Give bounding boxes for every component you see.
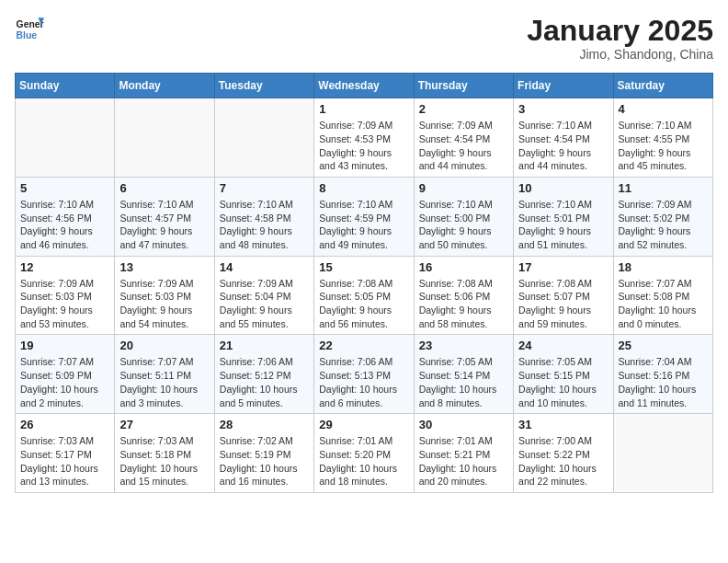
calendar-cell: 1Sunrise: 7:09 AM Sunset: 4:53 PM Daylig… bbox=[314, 98, 414, 178]
day-number: 12 bbox=[20, 260, 109, 274]
calendar-cell: 21Sunrise: 7:06 AM Sunset: 5:12 PM Dayli… bbox=[214, 335, 313, 414]
day-number: 25 bbox=[619, 339, 708, 352]
location: Jimo, Shandong, China bbox=[527, 47, 713, 62]
calendar-cell: 14Sunrise: 7:09 AM Sunset: 5:04 PM Dayli… bbox=[214, 256, 313, 335]
weekday-thursday: Thursday bbox=[414, 74, 513, 98]
day-number: 20 bbox=[119, 339, 209, 352]
day-number: 29 bbox=[319, 418, 408, 431]
day-info: Sunrise: 7:08 AM Sunset: 5:07 PM Dayligh… bbox=[518, 277, 608, 331]
day-number: 13 bbox=[119, 260, 209, 274]
day-number: 7 bbox=[220, 181, 309, 195]
day-info: Sunrise: 7:05 AM Sunset: 5:14 PM Dayligh… bbox=[419, 355, 508, 409]
day-number: 24 bbox=[518, 339, 608, 352]
calendar-cell: 20Sunrise: 7:07 AM Sunset: 5:11 PM Dayli… bbox=[115, 335, 214, 414]
week-row-1: 1Sunrise: 7:09 AM Sunset: 4:53 PM Daylig… bbox=[16, 98, 713, 178]
day-number: 3 bbox=[518, 102, 608, 116]
calendar-cell: 25Sunrise: 7:04 AM Sunset: 5:16 PM Dayli… bbox=[613, 335, 712, 414]
day-info: Sunrise: 7:09 AM Sunset: 5:04 PM Dayligh… bbox=[220, 277, 309, 331]
day-number: 15 bbox=[319, 260, 408, 274]
calendar-cell: 16Sunrise: 7:08 AM Sunset: 5:06 PM Dayli… bbox=[414, 256, 513, 335]
day-number: 23 bbox=[419, 339, 508, 352]
day-number: 22 bbox=[319, 339, 408, 352]
week-row-2: 5Sunrise: 7:10 AM Sunset: 4:56 PM Daylig… bbox=[16, 177, 713, 256]
calendar-cell: 17Sunrise: 7:08 AM Sunset: 5:07 PM Dayli… bbox=[514, 256, 613, 335]
calendar-cell: 8Sunrise: 7:10 AM Sunset: 4:59 PM Daylig… bbox=[314, 177, 414, 256]
day-info: Sunrise: 7:10 AM Sunset: 5:01 PM Dayligh… bbox=[518, 198, 608, 252]
weekday-sunday: Sunday bbox=[16, 74, 115, 98]
day-info: Sunrise: 7:04 AM Sunset: 5:16 PM Dayligh… bbox=[619, 355, 708, 409]
calendar-cell: 31Sunrise: 7:00 AM Sunset: 5:22 PM Dayli… bbox=[514, 414, 613, 493]
day-number: 19 bbox=[20, 339, 109, 352]
day-info: Sunrise: 7:08 AM Sunset: 5:06 PM Dayligh… bbox=[419, 277, 508, 331]
day-info: Sunrise: 7:09 AM Sunset: 4:53 PM Dayligh… bbox=[319, 119, 408, 173]
day-info: Sunrise: 7:07 AM Sunset: 5:11 PM Dayligh… bbox=[119, 355, 209, 409]
day-info: Sunrise: 7:03 AM Sunset: 5:18 PM Dayligh… bbox=[119, 434, 209, 488]
day-info: Sunrise: 7:05 AM Sunset: 5:15 PM Dayligh… bbox=[518, 355, 608, 409]
day-info: Sunrise: 7:09 AM Sunset: 5:03 PM Dayligh… bbox=[119, 277, 209, 331]
day-info: Sunrise: 7:00 AM Sunset: 5:22 PM Dayligh… bbox=[518, 434, 608, 488]
logo: General Blue General Blue bbox=[15, 15, 44, 44]
month-title: January 2025 bbox=[527, 15, 713, 47]
day-info: Sunrise: 7:01 AM Sunset: 5:21 PM Dayligh… bbox=[419, 434, 508, 488]
calendar-cell: 28Sunrise: 7:02 AM Sunset: 5:19 PM Dayli… bbox=[214, 414, 313, 493]
day-info: Sunrise: 7:10 AM Sunset: 5:00 PM Dayligh… bbox=[419, 198, 508, 252]
calendar-table: SundayMondayTuesdayWednesdayThursdayFrid… bbox=[15, 73, 713, 493]
day-number: 11 bbox=[619, 181, 708, 195]
calendar-cell: 18Sunrise: 7:07 AM Sunset: 5:08 PM Dayli… bbox=[613, 256, 712, 335]
calendar-cell bbox=[16, 98, 115, 178]
calendar-cell: 5Sunrise: 7:10 AM Sunset: 4:56 PM Daylig… bbox=[16, 177, 115, 256]
calendar-cell: 23Sunrise: 7:05 AM Sunset: 5:14 PM Dayli… bbox=[414, 335, 513, 414]
day-number: 2 bbox=[419, 102, 508, 116]
calendar-cell: 24Sunrise: 7:05 AM Sunset: 5:15 PM Dayli… bbox=[514, 335, 613, 414]
day-info: Sunrise: 7:03 AM Sunset: 5:17 PM Dayligh… bbox=[20, 434, 109, 488]
calendar-cell: 22Sunrise: 7:06 AM Sunset: 5:13 PM Dayli… bbox=[314, 335, 414, 414]
calendar-cell: 10Sunrise: 7:10 AM Sunset: 5:01 PM Dayli… bbox=[514, 177, 613, 256]
calendar-cell: 29Sunrise: 7:01 AM Sunset: 5:20 PM Dayli… bbox=[314, 414, 414, 493]
calendar-cell: 30Sunrise: 7:01 AM Sunset: 5:21 PM Dayli… bbox=[414, 414, 513, 493]
day-info: Sunrise: 7:10 AM Sunset: 4:57 PM Dayligh… bbox=[119, 198, 209, 252]
logo-icon: General Blue bbox=[15, 15, 44, 44]
day-info: Sunrise: 7:06 AM Sunset: 5:13 PM Dayligh… bbox=[319, 355, 408, 409]
day-info: Sunrise: 7:07 AM Sunset: 5:08 PM Dayligh… bbox=[619, 277, 708, 331]
day-number: 5 bbox=[20, 181, 109, 195]
title-block: January 2025 Jimo, Shandong, China bbox=[527, 15, 713, 62]
day-number: 27 bbox=[119, 418, 209, 431]
day-info: Sunrise: 7:10 AM Sunset: 4:55 PM Dayligh… bbox=[619, 119, 708, 173]
calendar-cell bbox=[214, 98, 313, 178]
week-row-3: 12Sunrise: 7:09 AM Sunset: 5:03 PM Dayli… bbox=[16, 256, 713, 335]
calendar-cell: 11Sunrise: 7:09 AM Sunset: 5:02 PM Dayli… bbox=[613, 177, 712, 256]
day-info: Sunrise: 7:10 AM Sunset: 4:54 PM Dayligh… bbox=[518, 119, 608, 173]
day-info: Sunrise: 7:01 AM Sunset: 5:20 PM Dayligh… bbox=[319, 434, 408, 488]
week-row-5: 26Sunrise: 7:03 AM Sunset: 5:17 PM Dayli… bbox=[16, 414, 713, 493]
day-info: Sunrise: 7:02 AM Sunset: 5:19 PM Dayligh… bbox=[220, 434, 309, 488]
day-info: Sunrise: 7:09 AM Sunset: 5:02 PM Dayligh… bbox=[619, 198, 708, 252]
weekday-header-row: SundayMondayTuesdayWednesdayThursdayFrid… bbox=[16, 74, 713, 98]
calendar-cell: 2Sunrise: 7:09 AM Sunset: 4:54 PM Daylig… bbox=[414, 98, 513, 178]
weekday-tuesday: Tuesday bbox=[214, 74, 313, 98]
weekday-saturday: Saturday bbox=[613, 74, 712, 98]
day-number: 10 bbox=[518, 181, 608, 195]
calendar-cell: 26Sunrise: 7:03 AM Sunset: 5:17 PM Dayli… bbox=[16, 414, 115, 493]
day-number: 21 bbox=[220, 339, 309, 352]
day-info: Sunrise: 7:08 AM Sunset: 5:05 PM Dayligh… bbox=[319, 277, 408, 331]
calendar-cell: 9Sunrise: 7:10 AM Sunset: 5:00 PM Daylig… bbox=[414, 177, 513, 256]
page-header: General Blue General Blue January 2025 J… bbox=[15, 15, 713, 62]
day-info: Sunrise: 7:10 AM Sunset: 4:58 PM Dayligh… bbox=[220, 198, 309, 252]
day-number: 6 bbox=[119, 181, 209, 195]
week-row-4: 19Sunrise: 7:07 AM Sunset: 5:09 PM Dayli… bbox=[16, 335, 713, 414]
calendar-cell: 7Sunrise: 7:10 AM Sunset: 4:58 PM Daylig… bbox=[214, 177, 313, 256]
weekday-friday: Friday bbox=[514, 74, 613, 98]
day-number: 1 bbox=[319, 102, 408, 116]
day-number: 26 bbox=[20, 418, 109, 431]
day-number: 28 bbox=[220, 418, 309, 431]
calendar-body: 1Sunrise: 7:09 AM Sunset: 4:53 PM Daylig… bbox=[16, 98, 713, 493]
calendar-cell: 19Sunrise: 7:07 AM Sunset: 5:09 PM Dayli… bbox=[16, 335, 115, 414]
day-number: 9 bbox=[419, 181, 508, 195]
day-info: Sunrise: 7:10 AM Sunset: 4:59 PM Dayligh… bbox=[319, 198, 408, 252]
day-number: 14 bbox=[220, 260, 309, 274]
calendar-cell: 27Sunrise: 7:03 AM Sunset: 5:18 PM Dayli… bbox=[115, 414, 214, 493]
day-info: Sunrise: 7:07 AM Sunset: 5:09 PM Dayligh… bbox=[20, 355, 109, 409]
calendar-cell bbox=[115, 98, 214, 178]
calendar-cell: 12Sunrise: 7:09 AM Sunset: 5:03 PM Dayli… bbox=[16, 256, 115, 335]
calendar-cell bbox=[613, 414, 712, 493]
